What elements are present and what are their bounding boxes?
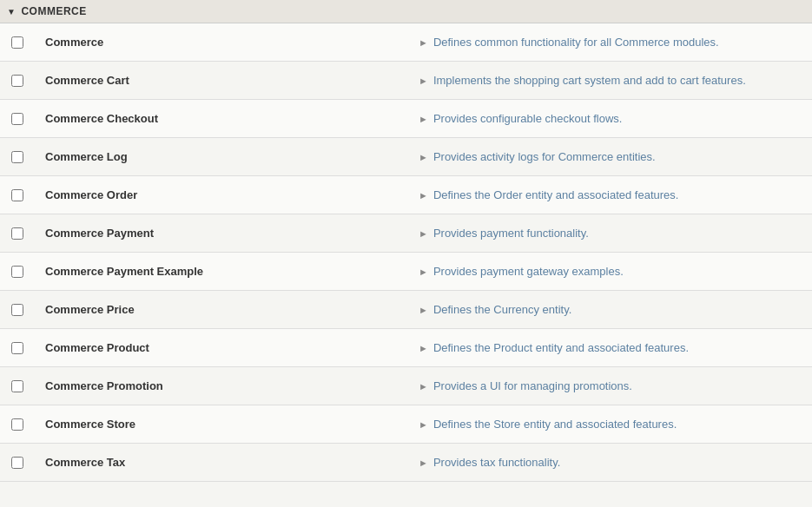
module-name: Commerce Store — [35, 411, 408, 438]
module-checkbox-cell[interactable] — [0, 30, 35, 56]
desc-text: Defines common functionality for all Com… — [433, 36, 719, 49]
desc-arrow-icon: ► — [419, 228, 428, 239]
module-checkbox-cell[interactable] — [0, 335, 35, 361]
module-row: Commerce Cart ► Implements the shopping … — [0, 62, 812, 100]
module-row: Commerce Tax ► Provides tax functionalit… — [0, 444, 812, 482]
module-checkbox[interactable] — [11, 36, 23, 49]
module-row: Commerce Payment Example ► Provides paym… — [0, 253, 812, 291]
module-description: ► Defines the Order entity and associate… — [408, 181, 812, 208]
module-checkbox[interactable] — [11, 75, 23, 87]
module-checkbox-cell[interactable] — [0, 106, 35, 132]
desc-arrow-icon: ► — [419, 190, 428, 201]
module-checkbox-cell[interactable] — [0, 412, 35, 438]
desc-arrow-icon: ► — [419, 305, 428, 315]
module-description: ► Provides payment gateway examples. — [408, 258, 812, 285]
module-name: Commerce Product — [35, 334, 408, 361]
module-checkbox[interactable] — [11, 113, 23, 125]
module-checkbox[interactable] — [11, 151, 23, 163]
module-checkbox[interactable] — [11, 342, 23, 354]
module-checkbox-cell[interactable] — [0, 182, 35, 208]
module-checkbox-cell[interactable] — [0, 68, 35, 94]
module-description: ► Implements the shopping cart system an… — [408, 67, 812, 94]
module-name: Commerce Order — [35, 181, 408, 208]
module-checkbox-cell[interactable] — [0, 221, 35, 247]
collapse-triangle[interactable]: ▼ — [7, 7, 16, 16]
module-name: Commerce — [35, 29, 408, 56]
module-description: ► Provides activity logs for Commerce en… — [408, 143, 812, 170]
module-name: Commerce Log — [35, 143, 408, 170]
module-name: Commerce Checkout — [35, 105, 408, 132]
module-row: Commerce Product ► Defines the Product e… — [0, 329, 812, 367]
desc-arrow-icon: ► — [419, 114, 428, 124]
module-checkbox-cell[interactable] — [0, 450, 35, 476]
desc-text: Provides activity logs for Commerce enti… — [433, 150, 656, 163]
desc-arrow-icon: ► — [419, 381, 428, 392]
module-checkbox-cell[interactable] — [0, 144, 35, 170]
module-name: Commerce Payment — [35, 220, 408, 247]
desc-text: Defines the Store entity and associated … — [433, 418, 677, 431]
module-name: Commerce Cart — [35, 67, 408, 94]
section-title: COMMERCE — [21, 5, 86, 17]
module-name: Commerce Tax — [35, 449, 408, 476]
module-row: Commerce Payment ► Provides payment func… — [0, 214, 812, 253]
module-description: ► Provides payment functionality. — [408, 220, 812, 247]
desc-arrow-icon: ► — [419, 267, 428, 277]
section-header: ▼ COMMERCE — [0, 0, 812, 23]
desc-text: Defines the Currency entity. — [433, 303, 571, 316]
module-checkbox-cell[interactable] — [0, 297, 35, 323]
module-description: ► Provides configurable checkout flows. — [408, 105, 812, 132]
desc-text: Defines the Order entity and associated … — [433, 188, 679, 201]
module-name: Commerce Payment Example — [35, 258, 408, 285]
desc-arrow-icon: ► — [419, 419, 428, 430]
desc-text: Provides payment gateway examples. — [433, 265, 624, 278]
module-list: Commerce ► Defines common functionality … — [0, 23, 812, 482]
module-checkbox-cell[interactable] — [0, 373, 35, 399]
module-description: ► Provides tax functionality. — [408, 449, 812, 476]
desc-text: Defines the Product entity and associate… — [433, 341, 689, 354]
desc-text: Implements the shopping cart system and … — [433, 74, 746, 87]
desc-text: Provides configurable checkout flows. — [433, 112, 623, 125]
module-checkbox-cell[interactable] — [0, 259, 35, 285]
desc-arrow-icon: ► — [419, 76, 428, 86]
module-name: Commerce Price — [35, 296, 408, 323]
commerce-section: ▼ COMMERCE Commerce ► Defines common fun… — [0, 0, 812, 482]
module-row: Commerce Log ► Provides activity logs fo… — [0, 138, 812, 176]
module-checkbox[interactable] — [11, 266, 23, 278]
desc-arrow-icon: ► — [419, 343, 428, 353]
module-checkbox[interactable] — [11, 418, 23, 431]
module-row: Commerce Order ► Defines the Order entit… — [0, 176, 812, 214]
module-row: Commerce Price ► Defines the Currency en… — [0, 291, 812, 329]
module-description: ► Provides a UI for managing promotions. — [408, 372, 812, 399]
module-row: Commerce Store ► Defines the Store entit… — [0, 405, 812, 444]
desc-arrow-icon: ► — [419, 37, 428, 48]
desc-arrow-icon: ► — [419, 152, 428, 162]
module-description: ► Defines common functionality for all C… — [408, 29, 812, 56]
desc-text: Provides a UI for managing promotions. — [433, 379, 632, 392]
desc-text: Provides payment functionality. — [433, 227, 589, 240]
module-row: Commerce Checkout ► Provides configurabl… — [0, 100, 812, 138]
module-checkbox[interactable] — [11, 380, 23, 392]
desc-arrow-icon: ► — [419, 458, 428, 468]
module-description: ► Defines the Store entity and associate… — [408, 411, 812, 438]
module-checkbox[interactable] — [11, 457, 23, 469]
module-row: Commerce Promotion ► Provides a UI for m… — [0, 367, 812, 405]
module-checkbox[interactable] — [11, 304, 23, 316]
module-name: Commerce Promotion — [35, 372, 408, 399]
desc-text: Provides tax functionality. — [433, 456, 560, 469]
module-checkbox[interactable] — [11, 227, 23, 240]
module-row: Commerce ► Defines common functionality … — [0, 23, 812, 62]
module-description: ► Defines the Currency entity. — [408, 296, 812, 323]
module-description: ► Defines the Product entity and associa… — [408, 334, 812, 361]
module-checkbox[interactable] — [11, 189, 23, 201]
